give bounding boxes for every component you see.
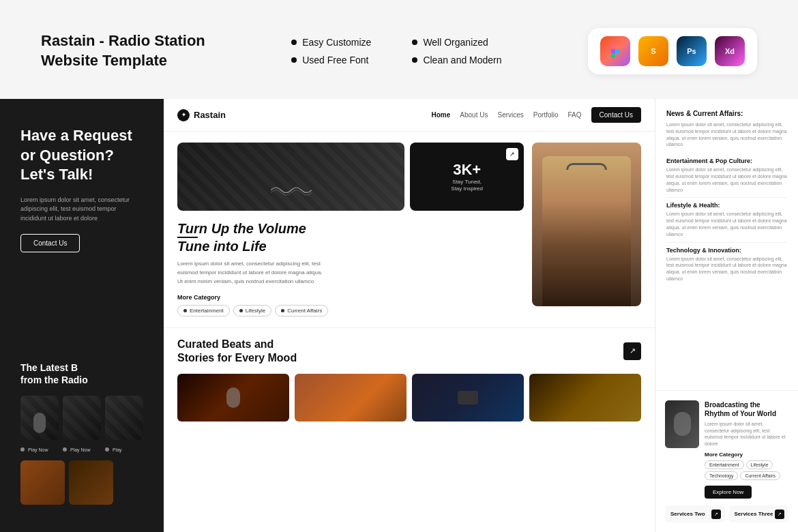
bottom-img-4 (529, 374, 641, 422)
broadcast-tag-current-affairs[interactable]: Current Affairs (740, 471, 780, 480)
explore-button[interactable]: Explore Now (705, 486, 752, 499)
more-category-label: More Category (177, 294, 524, 301)
nav-cta-button[interactable]: Contact Us (591, 107, 641, 123)
hero-stat-card: ↗ 3K+ Stay Tuned, Stay Inspired (410, 143, 524, 211)
broadcast-tags: Entertainment Lifestyle Technology Curre… (705, 460, 788, 480)
news-section: News & Current Affairs: Lorem ipsum dolo… (666, 110, 787, 286)
service-card-two[interactable]: Services Two ↗ (665, 505, 725, 522)
thumb-1 (20, 396, 59, 440)
features-col-1: Easy Customize Used Free Font (291, 37, 371, 65)
hero-main-image (177, 143, 404, 211)
page-title: Rastain - Radio Station Website Template (41, 31, 205, 70)
nav-link-home[interactable]: Home (432, 111, 451, 119)
request-description: Lorem ipsum dolor sit amet, consectetur … (20, 196, 143, 224)
hero-headline: Turn Up the Volume Tune into Life (177, 220, 524, 254)
feature-dot (412, 57, 417, 63)
hero-description: Lorem ipsum dolor sit amet, consectetur … (177, 260, 327, 286)
header: Rastain - Radio Station Website Template… (0, 0, 798, 99)
hero-images-row: ↗ 3K+ Stay Tuned, Stay Inspired (177, 143, 524, 211)
news-item-entertainment: Entertainment & Pop Culture: Lorem ipsum… (666, 153, 787, 198)
broadcast-image (665, 400, 699, 448)
logo-icon: ✦ (177, 109, 190, 121)
title-block: Rastain - Radio Station Website Template (41, 31, 205, 70)
service-card-three[interactable]: Services Three ↗ (729, 505, 789, 522)
stat-text: Stay Tuned, Stay Inspired (451, 179, 483, 193)
thumb-label-1: Play Now (20, 447, 59, 452)
nav-logo: ✦ Rastain (177, 109, 226, 121)
features-list: Easy Customize Used Free Font Well Organ… (291, 37, 501, 65)
request-heading: Have a Request or Question? Let's Talk! (20, 126, 143, 185)
nav-link-services[interactable]: Services (497, 111, 523, 119)
thumb-5 (69, 460, 113, 505)
feature-free-font: Used Free Font (291, 55, 371, 65)
thumb-3 (105, 396, 143, 440)
main-content: Have a Request or Question? Let's Talk! … (0, 99, 798, 532)
broadcast-tag-lifestyle[interactable]: Lifestyle (746, 460, 773, 469)
broadcast-tag-entertainment[interactable]: Entertainment (705, 460, 744, 469)
feature-dot (412, 40, 417, 45)
tools-badge: S Ps Xd (588, 28, 757, 74)
figma-icon (600, 36, 630, 66)
service-arrow-icon: ↗ (775, 509, 784, 519)
nav-link-about[interactable]: About Us (460, 111, 488, 119)
contact-button[interactable]: Contact Us (20, 234, 80, 252)
feature-well-organized: Well Organized (412, 37, 501, 48)
center-panel: ✦ Rastain Home About Us Services Portfol… (164, 99, 655, 532)
right-panel-top: News & Current Affairs: Lorem ipsum dolo… (655, 99, 798, 390)
mockup-nav: ✦ Rastain Home About Us Services Portfol… (164, 99, 655, 132)
tag-current-affairs[interactable]: Current Affairs (275, 305, 328, 316)
news-item-technology: Technology & Innovation: Lorem ipsum dol… (666, 243, 787, 286)
thumbnail-row-1 (20, 396, 143, 440)
curated-section: Curated Beats and Stories for Every Mood… (164, 327, 655, 373)
nav-links: Home About Us Services Portfolio FAQ Con… (432, 107, 641, 123)
hero-person-image (532, 143, 641, 306)
tag-lifestyle[interactable]: Lifestyle (233, 305, 271, 316)
thumb-2 (63, 396, 101, 440)
broadcast-description: Lorem ipsum dolor sit amet, consectetur … (705, 421, 788, 447)
broadcast-card: Broadcasting the Rhythm of Your World Lo… (665, 400, 788, 499)
news-item-lifestyle: Lifestyle & Health: Lorem ipsum dolor si… (666, 198, 787, 242)
bottom-images-row (164, 374, 655, 431)
stat-number: 3K+ (453, 161, 481, 179)
nav-link-portfolio[interactable]: Portfolio (533, 111, 559, 119)
features-col-2: Well Organized Clean and Modern (412, 37, 501, 65)
photoshop-icon: Ps (677, 36, 707, 66)
sketch-icon: S (638, 36, 668, 66)
hero-left: ↗ 3K+ Stay Tuned, Stay Inspired Turn Up … (177, 143, 524, 316)
news-item-title: Lifestyle & Health: (666, 202, 787, 209)
latest-heading: The Latest B from the Radio (20, 361, 143, 386)
left-panel: Have a Request or Question? Let's Talk! … (0, 99, 164, 532)
news-item-text: Lorem ipsum dolor sit amet, consectetur … (666, 256, 787, 282)
news-first-text: Lorem ipsum dolor sit amet, consectetur … (666, 121, 787, 148)
feature-clean-modern: Clean and Modern (412, 55, 501, 65)
feature-dot (291, 40, 297, 45)
bottom-img-2 (295, 374, 407, 422)
tag-entertainment[interactable]: Entertainment (177, 305, 230, 316)
thumb-label-3: Play (105, 447, 143, 452)
curated-arrow-button[interactable]: ↗ (623, 342, 641, 360)
xd-icon: Xd (715, 36, 745, 66)
feature-easy-customize: Easy Customize (291, 37, 371, 48)
broadcast-tag-technology[interactable]: Technology (705, 471, 738, 480)
news-item-title: Technology & Innovation: (666, 247, 787, 254)
broadcast-text: Broadcasting the Rhythm of Your World Lo… (705, 400, 788, 499)
news-item-text: Lorem ipsum dolor sit amet, consectetur … (666, 166, 787, 193)
nav-link-faq[interactable]: FAQ (568, 111, 582, 119)
bottom-img-3 (412, 374, 524, 422)
news-item-text: Lorem ipsum dolor sit amet, consectetur … (666, 211, 787, 237)
news-item-title: Entertainment & Pop Culture: (666, 158, 787, 164)
broadcast-title: Broadcasting the Rhythm of Your World (705, 400, 788, 418)
wave-decoration (271, 177, 312, 201)
service-arrow-icon: ↗ (711, 509, 721, 519)
news-section-title: News & Current Affairs: (666, 110, 787, 117)
left-panel-bottom: The Latest B from the Radio (20, 361, 143, 505)
services-row: Services Two ↗ Services Three ↗ (665, 505, 788, 522)
thumb-label-2: Play Now (63, 447, 101, 452)
curated-title: Curated Beats and Stories for Every Mood (177, 338, 297, 364)
thumb-4 (20, 460, 65, 505)
stat-arrow-icon: ↗ (506, 148, 518, 160)
category-tags: Entertainment Lifestyle Current Affairs (177, 305, 524, 316)
broadcast-more-category: More Category (705, 452, 788, 458)
right-bottom: Broadcasting the Rhythm of Your World Lo… (655, 390, 798, 532)
hero-section: ↗ 3K+ Stay Tuned, Stay Inspired Turn Up … (164, 132, 655, 327)
